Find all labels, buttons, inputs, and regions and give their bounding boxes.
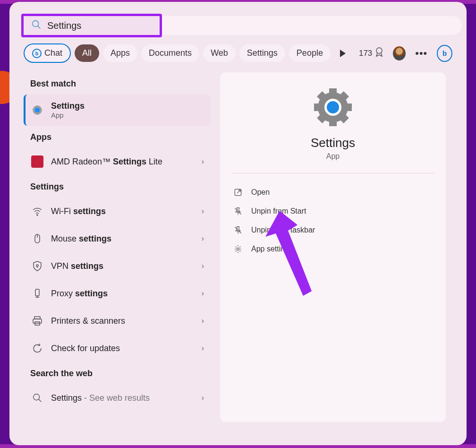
filter-people[interactable]: People bbox=[289, 44, 331, 62]
svg-point-0 bbox=[33, 21, 39, 27]
points-value: 173 bbox=[359, 49, 372, 58]
action-open[interactable]: Open bbox=[231, 183, 434, 202]
sync-icon bbox=[30, 341, 44, 355]
web-result-item[interactable]: Settings - See web results › bbox=[24, 384, 211, 412]
chevron-right-icon: › bbox=[202, 289, 204, 298]
chevron-right-icon: › bbox=[202, 317, 204, 325]
best-match-item[interactable]: Settings App bbox=[24, 95, 211, 126]
app-result-label: AMD Radeon™ Settings Lite bbox=[51, 157, 202, 167]
more-filters-icon[interactable] bbox=[340, 50, 346, 57]
search-highlight[interactable]: Settings bbox=[21, 14, 162, 37]
settings-result-label: Check for updates bbox=[51, 344, 202, 353]
filter-web[interactable]: Web bbox=[203, 44, 236, 62]
chat-tab-label: Chat bbox=[44, 48, 62, 58]
settings-result-proxy[interactable]: Proxy settings › bbox=[24, 280, 211, 307]
filter-tabs: b Chat All Apps Documents Web Settings P… bbox=[24, 43, 452, 63]
chevron-right-icon: › bbox=[202, 344, 204, 353]
svg-rect-12 bbox=[33, 319, 42, 323]
unpin-icon bbox=[233, 207, 243, 216]
svg-line-15 bbox=[39, 399, 42, 402]
settings-result-label: VPN settings bbox=[51, 261, 202, 271]
settings-result-label: Printers & scanners bbox=[51, 316, 202, 326]
filter-documents[interactable]: Documents bbox=[141, 44, 199, 62]
svg-rect-8 bbox=[35, 289, 39, 296]
proxy-icon bbox=[30, 286, 44, 301]
rewards-points[interactable]: 173 bbox=[359, 47, 383, 60]
settings-result-wifi[interactable]: Wi-Fi settings › bbox=[24, 198, 211, 225]
svg-point-6 bbox=[36, 265, 38, 267]
filter-apps[interactable]: Apps bbox=[103, 44, 137, 62]
best-match-title: Settings bbox=[51, 101, 85, 111]
web-result-label: Settings - See web results bbox=[51, 393, 202, 403]
search-icon bbox=[31, 19, 42, 32]
search-result-icon bbox=[30, 391, 44, 405]
bing-icon[interactable]: b bbox=[437, 45, 452, 62]
printer-icon bbox=[30, 314, 44, 328]
shield-icon bbox=[30, 259, 44, 273]
preview-pane: Settings App Open Unpin from Start Unpin… bbox=[220, 72, 446, 422]
chevron-right-icon: › bbox=[202, 262, 204, 270]
wifi-icon bbox=[30, 204, 44, 218]
gear-icon bbox=[233, 244, 243, 254]
preview-title: Settings bbox=[311, 136, 355, 150]
preview-subtitle: App bbox=[326, 152, 340, 161]
results-column: Best match Settings App Apps AMD Radeon™… bbox=[24, 72, 211, 422]
svg-point-2 bbox=[376, 48, 382, 53]
action-unpin-start[interactable]: Unpin from Start bbox=[231, 202, 434, 221]
amd-icon bbox=[30, 155, 44, 169]
action-label: Unpin from taskbar bbox=[251, 226, 315, 234]
action-app-settings[interactable]: App settings bbox=[231, 240, 434, 258]
filter-settings[interactable]: Settings bbox=[239, 44, 285, 62]
svg-line-1 bbox=[38, 26, 41, 29]
apps-header: Apps bbox=[30, 132, 211, 142]
svg-point-3 bbox=[37, 215, 38, 215]
app-result-item[interactable]: AMD Radeon™ Settings Lite › bbox=[24, 148, 211, 175]
best-match-subtitle: App bbox=[51, 111, 204, 119]
unpin-icon bbox=[233, 225, 243, 235]
settings-result-updates[interactable]: Check for updates › bbox=[24, 335, 211, 362]
settings-result-label: Wi-Fi settings bbox=[51, 207, 202, 216]
action-label: Open bbox=[251, 188, 270, 197]
chat-tab[interactable]: b Chat bbox=[24, 43, 71, 63]
chevron-right-icon: › bbox=[202, 394, 204, 402]
user-avatar[interactable] bbox=[393, 46, 406, 60]
settings-result-label: Proxy settings bbox=[51, 289, 202, 299]
mouse-icon bbox=[30, 232, 44, 246]
settings-app-icon bbox=[30, 103, 44, 117]
chevron-right-icon: › bbox=[202, 207, 204, 215]
settings-results-header: Settings bbox=[30, 182, 211, 192]
start-search-panel: Settings b Chat All Apps Documents Web S… bbox=[9, 2, 467, 445]
svg-point-21 bbox=[237, 248, 239, 250]
best-match-header: Best match bbox=[30, 79, 211, 89]
settings-result-mouse[interactable]: Mouse settings › bbox=[24, 225, 211, 252]
settings-result-printers[interactable]: Printers & scanners › bbox=[24, 307, 211, 335]
settings-result-vpn[interactable]: VPN settings › bbox=[24, 252, 211, 280]
chevron-right-icon: › bbox=[202, 157, 204, 166]
action-label: Unpin from Start bbox=[251, 207, 306, 215]
settings-large-icon bbox=[314, 88, 352, 126]
action-unpin-taskbar[interactable]: Unpin from taskbar bbox=[231, 221, 434, 240]
action-label: App settings bbox=[251, 245, 293, 253]
medal-icon bbox=[375, 47, 383, 60]
search-input[interactable]: Settings bbox=[47, 20, 81, 31]
web-results-header: Search the web bbox=[30, 369, 211, 379]
open-icon bbox=[233, 188, 243, 197]
filter-all[interactable]: All bbox=[75, 44, 99, 62]
settings-result-label: Mouse settings bbox=[51, 234, 202, 244]
chevron-right-icon: › bbox=[202, 234, 204, 243]
more-options-icon[interactable]: ••• bbox=[415, 47, 427, 60]
bing-chat-icon: b bbox=[32, 49, 42, 58]
svg-point-14 bbox=[34, 394, 40, 400]
